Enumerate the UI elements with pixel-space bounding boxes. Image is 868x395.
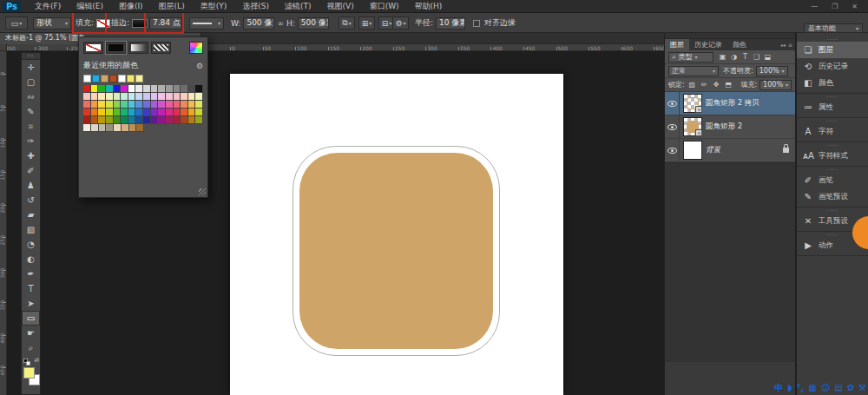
strip-color-button[interactable]: ◧颜色 [797,75,868,91]
menu-item-3[interactable]: 图像(I) [111,0,151,13]
color-swatch[interactable] [122,124,129,132]
color-swatch[interactable] [174,116,181,124]
minimize-button[interactable]: — [811,3,818,10]
strip-character-button[interactable]: A字符 [797,123,868,140]
menu-item-5[interactable]: 类型(Y) [193,0,235,13]
menu-item-1[interactable]: 文件(F) [27,0,69,13]
color-swatch[interactable] [181,101,188,109]
color-swatch[interactable] [181,93,188,101]
ime-softkeyboard-icon[interactable]: ▦ [808,382,816,394]
ime-lang-button[interactable]: 中 [774,382,783,394]
color-swatch[interactable] [106,116,114,124]
lock-all-icon[interactable]: ⬒ [724,81,733,89]
color-swatch[interactable] [83,109,91,116]
color-swatch[interactable] [143,93,151,101]
marquee-tool[interactable]: ▢ [22,75,40,89]
color-swatch[interactable] [188,116,196,124]
color-swatch[interactable] [195,101,203,109]
blend-mode-select[interactable]: 正常 ▾ [668,66,719,76]
color-swatch[interactable] [151,116,159,124]
strip-character-styles-button[interactable]: ᴀA字符样式 [797,148,868,164]
color-swatch[interactable] [174,93,181,101]
color-swatch[interactable] [158,109,166,116]
rounded-rectangle-tool[interactable]: ▭ [22,311,40,326]
radius-input[interactable]: 10 像素 [436,17,465,30]
blur-tool[interactable]: ◔ [22,237,40,252]
lasso-tool[interactable]: ∾ [22,89,40,104]
foreground-color-swatch[interactable] [23,367,35,379]
tab-图层[interactable]: 图层 [665,39,689,50]
menu-item-7[interactable]: 滤镜(T) [277,0,319,13]
color-swatch[interactable] [195,116,203,124]
zoom-tool[interactable]: ⌕ [22,340,40,355]
canvas[interactable] [230,74,563,395]
color-swatch[interactable] [195,109,203,116]
color-swatch[interactable] [128,109,136,116]
panel-drag-bar[interactable] [665,33,795,39]
visibility-toggle[interactable] [665,139,680,161]
color-swatch[interactable] [181,85,188,93]
color-swatch[interactable] [91,93,99,101]
workspace-switcher[interactable]: 基本功能 ▾ [804,23,863,33]
stroke-type-select[interactable]: ▾ [189,17,224,30]
strip-properties-button[interactable]: ≔属性 [797,99,868,115]
tool-preset-picker[interactable]: ▭ ▾ [5,16,28,30]
link-dimensions-icon[interactable]: ∞ [277,19,284,28]
hand-tool[interactable]: ☛ [22,326,40,340]
strip-history-button[interactable]: ⟲历史记录 [797,58,868,75]
tools-panel-grip[interactable]: •• [22,53,40,60]
resize-grip[interactable] [199,188,206,195]
eraser-tool[interactable]: ▰ [22,207,40,222]
color-swatch[interactable] [106,85,114,93]
color-swatch[interactable] [166,93,174,101]
lock-position-icon[interactable]: ✥ [712,81,721,89]
color-swatch[interactable] [121,93,128,101]
filter-pixel-layers-icon[interactable]: ▣ [718,53,727,61]
recent-color-swatch[interactable] [118,75,126,82]
visibility-toggle[interactable] [665,115,680,138]
menu-item-10[interactable]: 帮助(H) [407,0,450,13]
rounded-rect-shape[interactable] [299,153,493,349]
history-brush-tool[interactable]: ↺ [22,193,40,207]
layer-filter-select[interactable]: ⌕ 类型 ▾ [668,52,713,63]
fill-gradient-button[interactable] [128,42,148,54]
shape-settings-button[interactable]: ⚙ ▾ [392,16,409,30]
color-swatch[interactable] [151,85,159,93]
color-swatch[interactable] [135,116,143,124]
color-swatch[interactable] [91,101,99,109]
type-tool[interactable]: T [22,281,40,296]
color-swatch[interactable] [121,116,128,124]
color-swatch[interactable] [99,124,107,132]
color-swatch[interactable] [166,116,174,124]
lock-transparent-pixels-icon[interactable]: ▨ [687,81,697,89]
color-swatch[interactable] [98,116,106,124]
path-selection-tool[interactable]: ➤ [22,296,40,311]
gear-icon[interactable]: ⚙ [196,62,203,70]
visibility-toggle[interactable] [665,92,680,115]
clone-stamp-tool[interactable]: ♟ [22,178,40,193]
color-swatch[interactable] [91,109,99,116]
color-swatch[interactable] [135,85,143,93]
color-swatch[interactable] [166,101,174,109]
ime-toolbox-icon[interactable]: ▤ [834,382,842,394]
lock-image-pixels-icon[interactable]: ✏ [700,81,709,89]
ime-skin-icon[interactable]: ✿ [847,382,854,394]
pen-tool[interactable]: ✒ [22,267,40,281]
tab-历史记录[interactable]: 历史记录 [689,39,727,50]
color-swatch[interactable] [181,109,188,116]
healing-brush-tool[interactable]: ✚ [22,148,40,163]
recent-color-swatch[interactable] [101,75,108,82]
recent-color-swatch[interactable] [83,75,91,82]
color-swatch[interactable] [135,101,143,109]
color-swatch[interactable] [188,93,196,101]
stroke-width-input[interactable]: 7.84 点 [149,17,182,30]
color-swatch[interactable] [188,85,196,93]
ime-halfwidth-icon[interactable]: ◗ [787,382,792,394]
color-swatch[interactable] [174,109,181,116]
restore-button[interactable]: ❐ [832,3,838,10]
filter-smart-objects-icon[interactable]: ⬓ [763,53,773,61]
color-swatch[interactable] [114,93,122,101]
menu-item-2[interactable]: 编辑(E) [69,0,111,13]
color-swatch[interactable] [174,101,181,109]
color-swatch[interactable] [121,101,128,109]
